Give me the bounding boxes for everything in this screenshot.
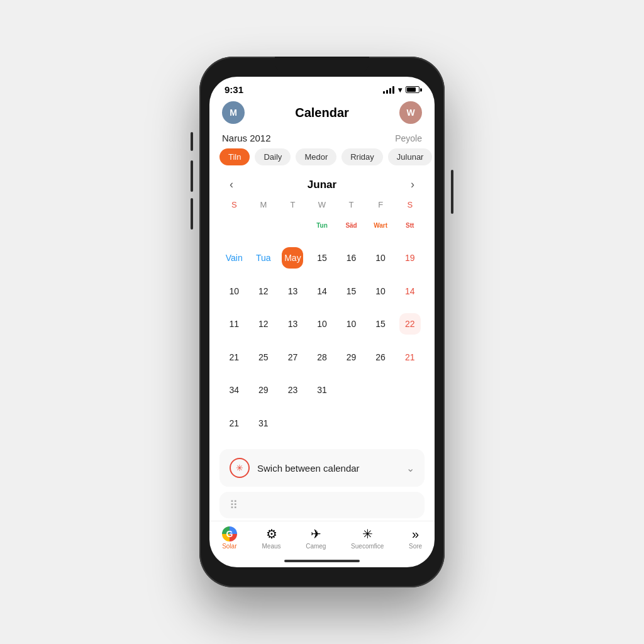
cal-date-16: 16 [341, 247, 362, 269]
cal-date-15a: 15 [311, 247, 333, 269]
cal-cell-22[interactable]: 22 [395, 312, 425, 345]
cal-cell-sad[interactable]: Säd [336, 213, 366, 246]
cal-date-tua: Tua [253, 247, 274, 269]
next-month-button[interactable]: › [406, 175, 419, 194]
cal-cell-10e[interactable]: 10 [336, 312, 366, 345]
switch-calendar-card[interactable]: ✳ Swich between calendar ⌄ [219, 449, 425, 487]
cal-cell-31a[interactable]: 31 [308, 378, 337, 411]
cal-cell-tun[interactable]: Tun [308, 213, 337, 246]
header-title: Calendar [295, 106, 349, 120]
cal-cell-empty8 [395, 411, 425, 444]
filter-tab-medor[interactable]: Medor [296, 148, 336, 165]
cal-cell-stt[interactable]: Stt [395, 213, 425, 246]
battery-icon [406, 86, 419, 93]
view-info-row: Narus 2012 Peyole [209, 130, 435, 148]
second-card[interactable]: ⠿ [219, 492, 425, 518]
home-indicator [284, 560, 360, 562]
cal-cell-wart[interactable]: Wart [366, 213, 396, 246]
cal-cell-tua[interactable]: Tua [249, 246, 279, 279]
cal-date-21b-sun: 21 [399, 347, 421, 368]
cal-cell-12a[interactable]: 12 [249, 279, 279, 312]
cal-cell-15c[interactable]: 15 [366, 312, 396, 345]
day-headers: S M T W T F S [209, 199, 435, 211]
grid-icon: ⠿ [230, 498, 238, 512]
cal-date-34: 34 [223, 379, 245, 401]
cal-date-15b: 15 [341, 280, 362, 302]
filter-tab-julunar[interactable]: Julunar [388, 148, 433, 165]
cal-date-15c: 15 [370, 313, 391, 335]
header: M Calendar W [209, 97, 435, 130]
cal-cell-empty1 [336, 378, 366, 411]
cal-date-12b: 12 [253, 313, 274, 335]
status-icons: ▾ [383, 86, 419, 94]
tab-label-meaus: Meaus [262, 543, 281, 550]
cal-date-14-sun: 14 [399, 280, 421, 302]
cal-cell-31b[interactable]: 31 [249, 411, 279, 444]
cal-cell-10b[interactable]: 10 [219, 279, 249, 312]
tab-item-suecomfice[interactable]: ✳ Suecomfice [351, 526, 384, 550]
bottom-section: ✳ Swich between calendar ⌄ ⠿ [209, 444, 435, 521]
cal-cell-21a[interactable]: 21 [219, 345, 249, 378]
cal-date-19: 19 [399, 247, 421, 269]
cal-date-14: 14 [311, 280, 333, 302]
cal-date-today: May [282, 247, 303, 269]
cal-cell-27[interactable]: 27 [278, 345, 308, 378]
cal-cell-26[interactable]: 26 [366, 345, 396, 378]
cal-cell-28[interactable]: 28 [308, 345, 337, 378]
cal-date-22: 22 [399, 313, 421, 335]
tab-item-solar[interactable]: G Solar [222, 526, 237, 550]
cal-cell-vain[interactable]: Vain [219, 246, 249, 279]
cal-cell-29a[interactable]: 29 [336, 345, 366, 378]
cal-date-10b: 10 [223, 280, 245, 302]
filter-tab-rriday[interactable]: Rriday [341, 148, 383, 165]
cal-cell-12b[interactable]: 12 [249, 312, 279, 345]
tab-label-cameg: Cameg [306, 543, 326, 550]
calendar-nav: ‹ Junar › [209, 173, 435, 199]
event-wart: Wart [370, 214, 391, 236]
switch-left: ✳ Swich between calendar [230, 458, 360, 478]
cal-cell-21b-sun[interactable]: 21 [395, 345, 425, 378]
left-avatar[interactable]: M [222, 101, 245, 124]
cal-cell-empty6 [336, 411, 366, 444]
cal-cell-29b[interactable]: 29 [249, 378, 279, 411]
cal-cell-empty7 [366, 411, 396, 444]
cal-cell-14[interactable]: 14 [308, 279, 337, 312]
tab-item-meaus[interactable]: ⚙ Meaus [262, 526, 281, 550]
cal-cell-15a[interactable]: 15 [308, 246, 337, 279]
filter-tab-tiln[interactable]: Tiln [219, 148, 250, 165]
right-avatar[interactable]: W [399, 101, 422, 124]
calendar-grid: Tun Säd Wart Stt Vain Tua May 15 [209, 213, 435, 444]
phone-frame: 9:31 ▾ M Calendar W Narus 2012 [199, 57, 445, 587]
cal-cell-11[interactable]: 11 [219, 312, 249, 345]
plane-icon: ✈ [311, 526, 321, 541]
cal-cell-15b[interactable]: 15 [336, 279, 366, 312]
cal-date-10d: 10 [311, 313, 333, 335]
cal-cell-14-sun[interactable]: 14 [395, 279, 425, 312]
day-header-tue: T [278, 199, 308, 211]
cal-cell-10a[interactable]: 10 [366, 246, 396, 279]
filter-tab-daily[interactable]: Daily [255, 148, 291, 165]
tab-label-suecomfice: Suecomfice [351, 543, 384, 550]
cal-cell-16[interactable]: 16 [336, 246, 366, 279]
prev-month-button[interactable]: ‹ [225, 175, 238, 194]
tab-item-sore[interactable]: » Sore [409, 527, 422, 550]
cal-cell-10c[interactable]: 10 [366, 279, 396, 312]
cal-cell-25[interactable]: 25 [249, 345, 279, 378]
tab-item-cameg[interactable]: ✈ Cameg [306, 526, 326, 550]
cal-cell-10d[interactable]: 10 [308, 312, 337, 345]
view-label: Narus 2012 [222, 133, 271, 143]
cal-cell-19[interactable]: 19 [395, 246, 425, 279]
signal-icon [383, 86, 394, 94]
cal-cell-21c[interactable]: 21 [219, 411, 249, 444]
cal-cell-13b[interactable]: 13 [278, 312, 308, 345]
cal-cell-may[interactable]: May [278, 246, 308, 279]
cal-cell-13a[interactable]: 13 [278, 279, 308, 312]
cal-cell-empty3 [395, 378, 425, 411]
cal-date-29b: 29 [253, 379, 274, 401]
cal-cell-23[interactable]: 23 [278, 378, 308, 411]
cal-date-26: 26 [370, 347, 391, 368]
cal-date-13b: 13 [282, 313, 303, 335]
cal-date-23: 23 [282, 379, 303, 401]
month-title: Junar [308, 179, 336, 191]
cal-cell-34[interactable]: 34 [219, 378, 249, 411]
